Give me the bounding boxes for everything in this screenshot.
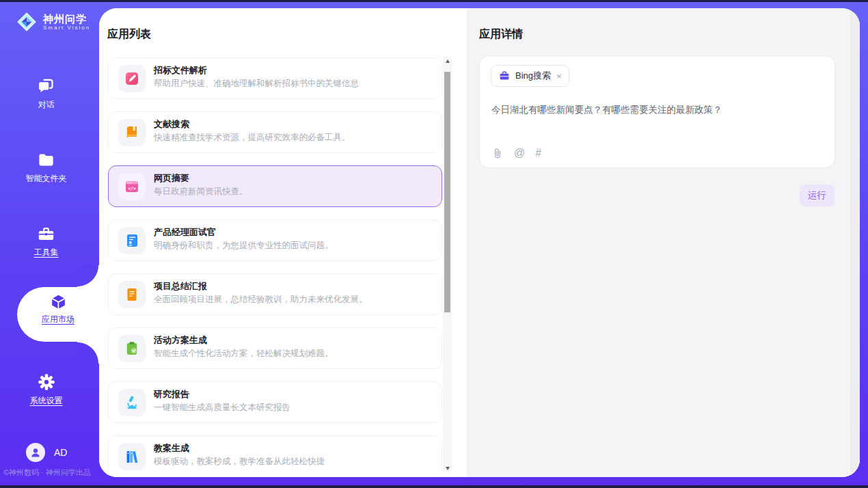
app-icon-box: </> — [118, 173, 146, 200]
app-description: 全面回顾项目进展，总结经验教训，助力未来优化发展。 — [154, 294, 368, 306]
app-icon-box — [118, 389, 146, 416]
app-name: 教案生成 — [154, 442, 189, 455]
app-list-scroll-area: 招标文件解析 帮助用户快速、准确地理解和解析招标书中的关键信息 文献搜索 快速精… — [99, 57, 443, 472]
app-icon-box — [118, 65, 146, 92]
app-detail-panel: 应用详情 Bing搜索 × 今日湖北有哪些新闻要点？有哪些需要关注的最新政策？ — [467, 8, 860, 477]
app-card-web-summary[interactable]: </> 网页摘要 每日政府新闻资讯快查。 — [108, 165, 442, 207]
browser-code-icon: </> — [124, 178, 140, 195]
sidebar-item-label: 智能文件夹 — [26, 173, 67, 185]
clipboard-check-icon — [124, 340, 140, 357]
detail-scrollbar-track[interactable] — [850, 8, 860, 477]
app-name: 项目总结汇报 — [154, 280, 207, 293]
query-text[interactable]: 今日湖北有哪些新闻要点？有哪些需要关注的最新政策？ — [491, 104, 819, 116]
app-card-event-plan[interactable]: 活动方案生成 智能生成个性化活动方案，轻松解决规划难题。 — [108, 327, 442, 369]
main-content-card: 应用列表 招标文件解析 帮助用户快速、准确地理解和解析招标书中的关键信息 — [99, 8, 860, 477]
brand-name: 神州问学 — [43, 13, 90, 25]
app-icon-box — [118, 281, 146, 308]
copyright-footer: ©神州数码 · 神州问学出品 — [3, 467, 91, 478]
sidebar-item-toolset[interactable]: 工具集 — [0, 225, 92, 258]
window-bottom-edge — [0, 485, 868, 488]
run-button[interactable]: 运行 — [800, 185, 835, 206]
scroll-up-arrow-icon[interactable] — [443, 57, 452, 65]
sidebar: 神州问学 Smart Vision 对话 智能文件夹 工具 — [0, 0, 99, 488]
app-icon-box — [118, 335, 146, 362]
briefcase-icon — [499, 70, 510, 81]
app-card-bid-analysis[interactable]: 招标文件解析 帮助用户快速、准确地理解和解析招标书中的关键信息 — [108, 57, 442, 99]
app-name: 产品经理面试官 — [154, 226, 216, 239]
brand-subtitle: Smart Vision — [43, 25, 90, 31]
sidebar-item-settings[interactable]: 系统设置 — [0, 372, 92, 407]
app-card-lesson-plan[interactable]: 教案生成 模板驱动，教案秒成，教学准备从此轻松快捷 — [108, 435, 442, 472]
app-name: 文献搜索 — [154, 118, 189, 131]
app-description: 智能生成个性化活动方案，轻松解决规划难题。 — [154, 348, 334, 360]
scrollbar-thumb[interactable] — [444, 72, 450, 312]
app-list-title: 应用列表 — [107, 27, 151, 42]
svg-text:</>: </> — [128, 186, 136, 191]
app-card-literature-search[interactable]: 文献搜索 快速精准查找学术资源，提高研究效率的必备工具。 — [108, 111, 442, 153]
app-name: 活动方案生成 — [154, 334, 207, 347]
interview-doc-icon — [124, 232, 140, 249]
input-action-row: @ # — [491, 147, 541, 159]
sidebar-item-label: 对话 — [38, 99, 55, 111]
person-icon — [29, 446, 42, 459]
toolbox-icon — [37, 225, 55, 243]
app-icon-box — [118, 443, 146, 470]
app-detail-title: 应用详情 — [479, 27, 523, 42]
user-account[interactable]: AD — [26, 443, 67, 462]
chat-icon — [37, 77, 55, 96]
app-icon-box — [118, 227, 146, 254]
app-list-scrollbar[interactable] — [443, 57, 452, 472]
app-card-research-report[interactable]: 研究报告 一键智能生成高质量长文本研究报告 — [108, 381, 442, 423]
report-doc-icon — [124, 286, 140, 303]
tool-tag-bing-search[interactable]: Bing搜索 × — [491, 65, 569, 87]
query-input-card[interactable]: Bing搜索 × 今日湖北有哪些新闻要点？有哪些需要关注的最新政策？ @ # — [479, 55, 835, 168]
books-icon — [124, 448, 140, 465]
app-description: 一键智能生成高质量长文本研究报告 — [154, 402, 290, 414]
app-list-panel: 应用列表 招标文件解析 帮助用户快速、准确地理解和解析招标书中的关键信息 — [99, 8, 467, 477]
brand-text: 神州问学 Smart Vision — [43, 13, 90, 31]
app-window: 神州问学 Smart Vision 对话 智能文件夹 工具 — [0, 0, 868, 488]
app-card-project-summary[interactable]: 项目总结汇报 全面回顾项目进展，总结经验教训，助力未来优化发展。 — [108, 273, 442, 315]
attachment-icon[interactable] — [491, 147, 504, 159]
app-description: 快速精准查找学术资源，提高研究效率的必备工具。 — [154, 132, 351, 144]
user-name: AD — [54, 447, 67, 458]
sidebar-item-label: 工具集 — [34, 247, 59, 258]
app-description: 帮助用户快速、准确地理解和解析招标书中的关键信息 — [154, 78, 359, 90]
app-name: 研究报告 — [154, 388, 189, 401]
topic-hash-icon[interactable]: # — [535, 147, 541, 159]
avatar — [26, 443, 45, 462]
tool-tag-label: Bing搜索 — [515, 70, 551, 82]
folder-icon — [37, 151, 55, 170]
app-description: 模板驱动，教案秒成，教学准备从此轻松快捷 — [154, 456, 325, 467]
microscope-icon — [124, 394, 140, 411]
edit-icon — [124, 70, 140, 87]
app-icon-box — [118, 119, 146, 146]
app-description: 每日政府新闻资讯快查。 — [154, 186, 248, 198]
sidebar-item-chat[interactable]: 对话 — [0, 77, 92, 111]
app-name: 网页摘要 — [154, 172, 189, 185]
gear-icon — [37, 372, 56, 392]
app-card-pm-interviewer[interactable]: 产品经理面试官 明确身份和职责，为您提供专业性的面试问题。 — [108, 219, 442, 261]
scroll-down-arrow-icon[interactable] — [443, 464, 452, 472]
app-name: 招标文件解析 — [154, 64, 207, 77]
diamond-logo-icon — [15, 10, 38, 33]
sidebar-item-label: 系统设置 — [30, 395, 63, 407]
window-top-edge — [0, 0, 868, 2]
sidebar-item-smart-folder[interactable]: 智能文件夹 — [0, 151, 92, 185]
book-icon — [124, 124, 140, 141]
app-description: 明确身份和职责，为您提供专业性的面试问题。 — [154, 240, 334, 252]
tag-close-icon[interactable]: × — [556, 72, 562, 81]
brand-logo: 神州问学 Smart Vision — [15, 10, 90, 33]
mention-icon[interactable]: @ — [514, 147, 525, 159]
